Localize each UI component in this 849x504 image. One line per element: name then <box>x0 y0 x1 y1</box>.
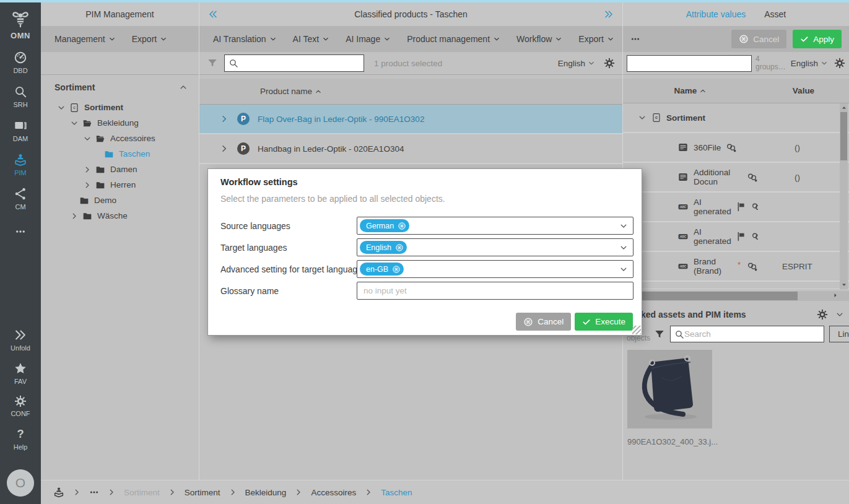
gear-icon[interactable] <box>817 309 828 320</box>
breadcrumb-item[interactable]: Sortiment <box>185 488 220 497</box>
scroll-right-icon[interactable] <box>832 292 839 299</box>
menu-export-center[interactable]: Export <box>578 34 614 44</box>
filter-funnel-icon[interactable] <box>207 58 218 69</box>
menu-management[interactable]: Management <box>54 34 116 44</box>
chevron-right-icon[interactable] <box>83 181 92 189</box>
chevron-right-icon[interactable] <box>70 212 79 220</box>
tree-item-accessoires[interactable]: Accessoires <box>41 131 199 146</box>
scroll-up-icon[interactable] <box>840 104 848 111</box>
linked-asset-card[interactable]: 990EA1O302_400_33.j... <box>627 350 712 446</box>
unlink-icon[interactable] <box>726 142 737 153</box>
menu-ai-text[interactable]: AI Text <box>293 34 330 44</box>
unlink-icon[interactable] <box>747 172 758 183</box>
value-column-header[interactable]: Value <box>758 86 849 95</box>
linked-search-input[interactable] <box>684 329 820 339</box>
menu-ai-translation[interactable]: AI Translation <box>213 34 277 44</box>
chevron-down-icon[interactable] <box>57 103 66 112</box>
language-select-center[interactable]: English <box>558 59 595 68</box>
chevron-down-icon[interactable] <box>835 310 844 319</box>
tree-section-header[interactable]: Sortiment <box>41 75 199 100</box>
breadcrumb-item-current[interactable]: Taschen <box>381 488 412 497</box>
chevron-right-icon[interactable] <box>83 165 92 174</box>
vertical-scrollbar[interactable] <box>840 103 848 289</box>
breadcrumb-ellipsis[interactable] <box>89 487 99 497</box>
menu-product-management[interactable]: Product management <box>407 34 500 44</box>
attribute-group-row[interactable]: Sortiment <box>623 103 849 133</box>
sidebar-unfold-button[interactable]: Unfold <box>11 328 30 352</box>
attribute-row[interactable]: Additional Docun () <box>623 163 849 193</box>
product-table-header[interactable]: Product name <box>199 79 622 105</box>
sidebar-item-dbd[interactable]: DBD <box>13 51 27 74</box>
attribute-row[interactable]: AI generated <box>623 193 849 222</box>
chevron-down-icon[interactable] <box>83 134 92 143</box>
menu-workflow[interactable]: Workflow <box>516 34 562 44</box>
chevron-down-icon[interactable] <box>619 265 628 274</box>
sidebar-item-pim[interactable]: PIM <box>14 153 27 176</box>
sidebar-config-button[interactable]: CONF <box>11 395 30 417</box>
unlink-icon[interactable] <box>751 231 758 242</box>
cancel-button[interactable]: Cancel <box>731 30 786 48</box>
tab-attribute-values[interactable]: Attribute values <box>686 9 746 19</box>
apply-button[interactable]: Apply <box>793 30 842 48</box>
user-avatar[interactable]: O <box>7 469 34 497</box>
glossary-name-input[interactable] <box>357 282 633 300</box>
gear-icon[interactable] <box>604 58 615 69</box>
breadcrumb-item[interactable]: Sortiment <box>124 488 160 497</box>
breadcrumb-item[interactable]: Accessoires <box>311 488 356 497</box>
resize-grip[interactable] <box>632 326 641 334</box>
tree-item-taschen[interactable]: Taschen <box>41 146 199 162</box>
target-languages-select[interactable]: English <box>357 238 633 256</box>
dialog-cancel-button[interactable]: Cancel <box>516 313 571 331</box>
menu-ai-image[interactable]: AI Image <box>346 34 391 44</box>
scrollbar-thumb[interactable] <box>840 112 847 160</box>
chevron-down-icon[interactable] <box>619 222 628 230</box>
attribute-row[interactable]: AI generated <box>623 222 849 252</box>
flag-icon[interactable] <box>736 232 746 241</box>
attribute-row[interactable]: Brand (Brand) * ESPRIT <box>623 252 849 282</box>
product-row[interactable]: P Handbag in Leder-Optik - 020EA1O304 <box>199 134 622 164</box>
more-menu-icon[interactable] <box>630 34 640 44</box>
name-column-header[interactable]: Name <box>623 86 758 95</box>
sidebar-help-button[interactable]: ? Help <box>14 427 28 451</box>
sidebar-item-cm[interactable]: CM <box>14 187 27 211</box>
flag-icon[interactable] <box>736 202 746 212</box>
tree-item-damen[interactable]: Damen <box>41 162 199 177</box>
horizontal-scrollbar[interactable] <box>623 291 849 301</box>
language-select-right[interactable]: English <box>791 59 828 68</box>
source-languages-select[interactable]: German <box>357 217 633 235</box>
expand-right-icon[interactable] <box>604 9 614 19</box>
advanced-target-language-select[interactable]: en-GB <box>357 260 633 278</box>
unlink-icon[interactable] <box>751 201 758 212</box>
tree-item-sortiment[interactable]: Sortiment <box>41 100 199 115</box>
remove-chip-icon[interactable] <box>398 222 406 230</box>
sidebar-more-button[interactable] <box>15 225 26 237</box>
sidebar-item-dam[interactable]: DAM <box>13 119 28 142</box>
attribute-row[interactable]: 360File () <box>623 133 849 163</box>
attribute-search-input[interactable] <box>631 59 747 68</box>
tree-item-bekleidung[interactable]: Bekleidung <box>41 115 199 131</box>
product-row[interactable]: P Flap Over-Bag in Leder-Optik - 990EA1O… <box>199 105 622 134</box>
product-search-input[interactable] <box>238 59 360 68</box>
tree-item-demo[interactable]: Demo <box>41 193 199 208</box>
chevron-down-icon[interactable] <box>638 113 647 122</box>
remove-chip-icon[interactable] <box>392 265 401 274</box>
sidebar-item-srh[interactable]: SRH <box>13 85 27 108</box>
chevron-right-icon[interactable] <box>219 114 229 124</box>
tab-asset[interactable]: Asset <box>764 9 786 19</box>
sidebar-favorites-button[interactable]: FAV <box>14 362 27 385</box>
gear-icon[interactable] <box>834 58 845 69</box>
collapse-left-icon[interactable] <box>208 9 218 19</box>
omn-logo[interactable]: OMN <box>10 9 31 40</box>
collapse-section-icon[interactable] <box>179 83 188 92</box>
link-button[interactable]: Lin <box>829 326 849 342</box>
menu-export[interactable]: Export <box>132 34 167 44</box>
breadcrumb-item[interactable]: Bekleidung <box>245 488 287 497</box>
unlink-icon[interactable] <box>747 261 758 272</box>
tree-item-waesche[interactable]: Wäsche <box>41 208 199 224</box>
filter-funnel-icon[interactable] <box>654 329 665 340</box>
chevron-right-icon[interactable] <box>219 144 229 154</box>
chevron-down-icon[interactable] <box>70 119 79 128</box>
scroll-down-icon[interactable] <box>840 281 848 289</box>
dialog-execute-button[interactable]: Execute <box>575 313 633 331</box>
tree-item-herren[interactable]: Herren <box>41 177 199 193</box>
